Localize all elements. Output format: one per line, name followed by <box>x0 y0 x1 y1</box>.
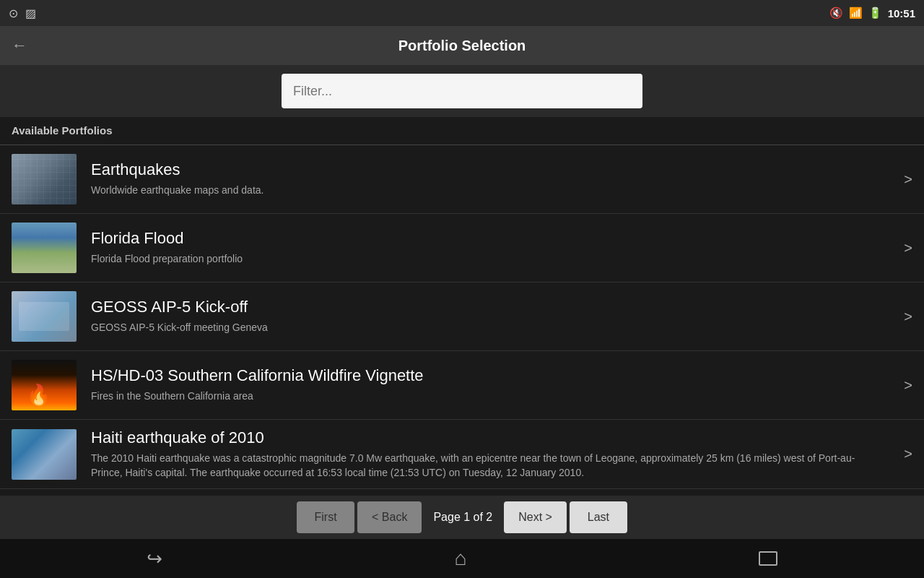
portfolio-chevron-wildfire: > <box>904 377 912 394</box>
portfolio-desc-earthquakes: Worldwide earthquake maps and data. <box>91 184 882 198</box>
portfolio-item-haiti[interactable]: Haiti earthquake of 2010 The 2010 Haiti … <box>0 420 924 489</box>
portfolio-thumb-geoss <box>12 291 77 342</box>
portfolio-name-florida-flood: Florida Flood <box>91 229 882 248</box>
portfolio-chevron-geoss: > <box>904 309 912 325</box>
portfolio-item-wildfire[interactable]: HS/HD-03 Southern California Wildfire Vi… <box>0 351 924 420</box>
portfolio-info-earthquakes: Earthquakes Worldwide earthquake maps an… <box>91 160 904 198</box>
back-button[interactable]: ← <box>12 36 27 55</box>
status-left-icons: ⊙ ▨ <box>9 7 36 20</box>
portfolio-desc-haiti: The 2010 Haiti earthquake was a catastro… <box>91 452 882 480</box>
nav-bar: ↩ ⌂ <box>0 539 924 578</box>
portfolio-item-geoss[interactable]: GEOSS AIP-5 Kick-off GEOSS AIP-5 Kick-of… <box>0 282 924 351</box>
last-button[interactable]: Last <box>570 501 627 533</box>
status-right-icons: 🔇 📶 🔋 10:51 <box>829 7 915 20</box>
portfolio-desc-florida-flood: Florida Flood preparation portfolio <box>91 252 882 267</box>
wifi-icon: 📶 <box>849 7 863 20</box>
portfolio-chevron-florida-flood: > <box>904 240 912 256</box>
portfolio-desc-wildfire: Fires in the Southern California area <box>91 389 882 404</box>
back-button-page[interactable]: < Back <box>357 501 422 533</box>
nav-back-icon[interactable]: ↩ <box>147 548 162 570</box>
portfolio-thumb-wildfire <box>12 360 77 410</box>
title-bar: ← Portfolio Selection <box>0 26 924 65</box>
portfolio-item-florida-flood[interactable]: Florida Flood Florida Flood preparation … <box>0 214 924 282</box>
portfolio-info-wildfire: HS/HD-03 Southern California Wildfire Vi… <box>91 366 904 404</box>
portfolio-chevron-haiti: > <box>904 446 912 462</box>
filter-input[interactable] <box>282 74 642 108</box>
nav-home-icon[interactable]: ⌂ <box>455 547 467 570</box>
page-title: Portfolio Selection <box>398 38 526 54</box>
portfolio-info-haiti: Haiti earthquake of 2010 The 2010 Haiti … <box>91 428 904 480</box>
portfolio-info-florida-flood: Florida Flood Florida Flood preparation … <box>91 229 904 267</box>
portfolio-name-earthquakes: Earthquakes <box>91 160 882 179</box>
portfolio-thumb-earthquakes <box>12 154 77 204</box>
portfolio-list: Earthquakes Worldwide earthquake maps an… <box>0 145 924 489</box>
nav-recent-icon[interactable] <box>759 551 777 566</box>
portfolio-chevron-earthquakes: > <box>904 171 912 188</box>
mute-icon: 🔇 <box>829 7 843 20</box>
portfolio-name-wildfire: HS/HD-03 Southern California Wildfire Vi… <box>91 366 882 385</box>
photo-icon: ⊙ <box>9 7 18 20</box>
portfolio-info-geoss: GEOSS AIP-5 Kick-off GEOSS AIP-5 Kick-of… <box>91 298 904 335</box>
first-button[interactable]: First <box>297 501 354 533</box>
status-bar: ⊙ ▨ 🔇 📶 🔋 10:51 <box>0 0 924 26</box>
section-header: Available Portfolios <box>0 117 924 145</box>
battery-icon: 🔋 <box>868 7 882 20</box>
portfolio-item-earthquakes[interactable]: Earthquakes Worldwide earthquake maps an… <box>0 145 924 214</box>
portfolio-name-haiti: Haiti earthquake of 2010 <box>91 428 882 447</box>
pagination: First < Back Page 1 of 2 Next > Last <box>0 496 924 539</box>
next-button[interactable]: Next > <box>504 501 567 533</box>
portfolio-desc-geoss: GEOSS AIP-5 Kick-off meeting Geneva <box>91 321 882 335</box>
image-icon: ▨ <box>25 7 36 20</box>
clock: 10:51 <box>888 7 915 20</box>
page-info: Page 1 of 2 <box>424 511 501 524</box>
portfolio-name-geoss: GEOSS AIP-5 Kick-off <box>91 298 882 316</box>
section-title: Available Portfolios <box>12 124 112 137</box>
portfolio-thumb-florida-flood <box>12 223 77 273</box>
filter-bar <box>0 65 924 117</box>
portfolio-thumb-haiti <box>12 429 77 480</box>
